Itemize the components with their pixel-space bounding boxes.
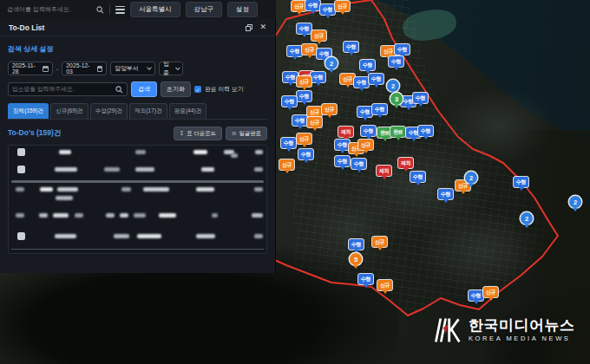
row-checkbox[interactable] xyxy=(17,166,25,173)
restore-window-icon[interactable] xyxy=(246,24,252,31)
map-marker-su[interactable]: 수행 xyxy=(282,96,297,107)
map-marker-sin[interactable]: 신규 xyxy=(377,280,392,290)
map-marker-su[interactable]: 수행 xyxy=(349,239,364,250)
settings-button[interactable]: 설정 xyxy=(227,2,258,17)
map-marker-sin[interactable]: 신규 xyxy=(311,30,326,41)
map-marker-su[interactable]: 수행 xyxy=(358,274,373,284)
map-marker-su[interactable]: 수행 xyxy=(344,42,358,52)
map-marker-je[interactable]: 제외 xyxy=(377,166,391,176)
map-marker-sin[interactable]: 신규 xyxy=(292,1,306,11)
redacted-cell xyxy=(55,167,77,172)
tab-new[interactable]: 신규(69)건 xyxy=(50,103,88,119)
map-marker-su[interactable]: 수행 xyxy=(389,56,403,67)
map-cluster-marker[interactable]: 5 xyxy=(350,253,362,265)
tab-done[interactable]: 완료(44)건 xyxy=(169,103,207,119)
search-icon[interactable] xyxy=(96,6,104,14)
search-icon[interactable] xyxy=(115,86,123,94)
map-marker-sin[interactable]: 신규 xyxy=(358,140,373,150)
redacted-cell xyxy=(57,187,78,192)
calendar-icon[interactable] xyxy=(97,66,103,72)
map-cluster-marker[interactable]: 3 xyxy=(390,93,403,105)
map-marker-su[interactable]: 수행 xyxy=(361,126,376,136)
map-marker-sin[interactable]: 신규 xyxy=(297,76,311,87)
map-marker-su[interactable]: 수행 xyxy=(298,149,313,159)
map-marker-su[interactable]: 수행 xyxy=(514,177,528,187)
redacted-cell xyxy=(159,213,176,218)
map-cluster-marker[interactable]: 2 xyxy=(521,212,533,224)
map-marker-sin[interactable]: 신규 xyxy=(307,117,322,127)
map-marker-su[interactable]: 수행 xyxy=(283,72,298,82)
map-marker-su[interactable]: 수행 xyxy=(413,93,428,103)
map-marker-su[interactable]: 수행 xyxy=(369,74,384,84)
map-cluster-marker[interactable]: 2 xyxy=(325,57,338,69)
map-marker-sin[interactable]: 신규 xyxy=(307,107,322,117)
redacted-cell xyxy=(254,234,263,238)
map-marker-wan[interactable]: 완료 xyxy=(390,127,405,137)
table-download-button[interactable]: ↧ 표 다운로드 xyxy=(174,127,222,140)
map-marker-su[interactable]: 수행 xyxy=(418,126,433,136)
map-marker-sin[interactable]: 신규 xyxy=(381,46,396,56)
map-marker-sin[interactable]: 신규 xyxy=(297,133,311,144)
map-marker-su[interactable]: 수행 xyxy=(469,290,483,301)
map-marker-sin[interactable]: 신규 xyxy=(322,104,337,114)
global-search-input[interactable]: 검색어를 입력해주세요. xyxy=(7,5,104,14)
map-cluster-marker[interactable]: 2 xyxy=(387,80,399,92)
tab-all[interactable]: 전체(159)건 xyxy=(8,103,49,119)
map-marker-su[interactable]: 수행 xyxy=(351,159,366,169)
map-marker-su[interactable]: 수행 xyxy=(297,23,311,34)
search-button[interactable]: 검색 xyxy=(131,81,157,97)
map-marker-su[interactable]: 수행 xyxy=(335,140,350,150)
map-marker-su[interactable]: 수행 xyxy=(410,172,425,182)
map-marker-sin[interactable]: 신규 xyxy=(335,1,350,11)
reset-button[interactable]: 초기화 xyxy=(161,81,191,97)
map-marker-sin[interactable]: 신규 xyxy=(372,237,387,247)
keyword-search-input[interactable]: 업소명을 입력해주세요. xyxy=(8,82,128,96)
table-scrollbar[interactable] xyxy=(11,180,264,183)
map-marker-sin[interactable]: 신규 xyxy=(279,159,294,170)
row-checkbox[interactable] xyxy=(17,232,25,240)
panel-title: To-Do List xyxy=(9,23,44,32)
city-select-button[interactable]: 서울특별시 xyxy=(130,2,180,17)
redacted-cell xyxy=(120,213,128,218)
map-marker-su[interactable]: 수행 xyxy=(320,4,335,15)
status-tabs: 전체(159)건 신규(69)건 수정(29)건 제외(17)건 완료(44)건 xyxy=(8,103,267,120)
map-marker-je[interactable]: 제외 xyxy=(398,158,413,168)
redacted-cell xyxy=(143,187,169,192)
map-marker-su[interactable]: 수행 xyxy=(287,46,302,56)
tab-excluded[interactable]: 제외(17)건 xyxy=(129,103,167,119)
map-marker-su[interactable]: 수행 xyxy=(305,0,320,10)
history-checkbox[interactable]: ✓ xyxy=(194,86,201,93)
redacted-cell xyxy=(231,153,238,158)
map-marker-su[interactable]: 수행 xyxy=(311,72,325,82)
map-marker-je[interactable]: 제외 xyxy=(338,127,353,137)
department-select[interactable]: 담당부서 xyxy=(110,62,155,75)
map-marker-su[interactable]: 수행 xyxy=(354,77,369,88)
map-marker-su[interactable]: 수행 xyxy=(292,115,307,126)
map-cluster-marker[interactable]: 2 xyxy=(465,172,477,184)
redacted-cell xyxy=(59,150,71,154)
map-marker-su[interactable]: 수행 xyxy=(372,104,387,114)
map-marker-su[interactable]: 수행 xyxy=(357,107,372,117)
map-marker-sin[interactable]: 신규 xyxy=(483,287,498,297)
map-marker-su[interactable]: 수행 xyxy=(360,60,375,70)
download-icon: ↧ xyxy=(180,130,184,137)
tab-edit[interactable]: 수정(29)건 xyxy=(90,103,128,119)
map-cluster-marker[interactable]: 2 xyxy=(569,196,581,208)
row-checkbox[interactable] xyxy=(17,148,25,156)
district-select-button[interactable]: 강남구 xyxy=(186,2,223,17)
batch-complete-button[interactable]: ⊙ 일괄완료 xyxy=(226,127,267,140)
date-to-input[interactable]: 2025-12-03 xyxy=(62,62,107,75)
calendar-icon[interactable] xyxy=(43,66,49,72)
business-type-select[interactable]: 업종 xyxy=(159,62,183,75)
map-marker-su[interactable]: 수행 xyxy=(297,91,311,101)
map-marker-su[interactable]: 수행 xyxy=(438,189,453,199)
date-from-input[interactable]: 2025-11-28 xyxy=(8,62,53,75)
map-marker-su[interactable]: 수행 xyxy=(395,44,410,55)
menu-icon[interactable] xyxy=(115,6,125,14)
map-marker-su[interactable]: 수행 xyxy=(281,138,296,148)
map-marker-su[interactable]: 수행 xyxy=(335,156,350,166)
table-bottom-line xyxy=(11,249,264,250)
close-icon[interactable]: ✕ xyxy=(259,23,266,31)
map-marker-sin[interactable]: 신규 xyxy=(302,44,317,55)
map-marker-sin[interactable]: 신규 xyxy=(340,74,355,84)
